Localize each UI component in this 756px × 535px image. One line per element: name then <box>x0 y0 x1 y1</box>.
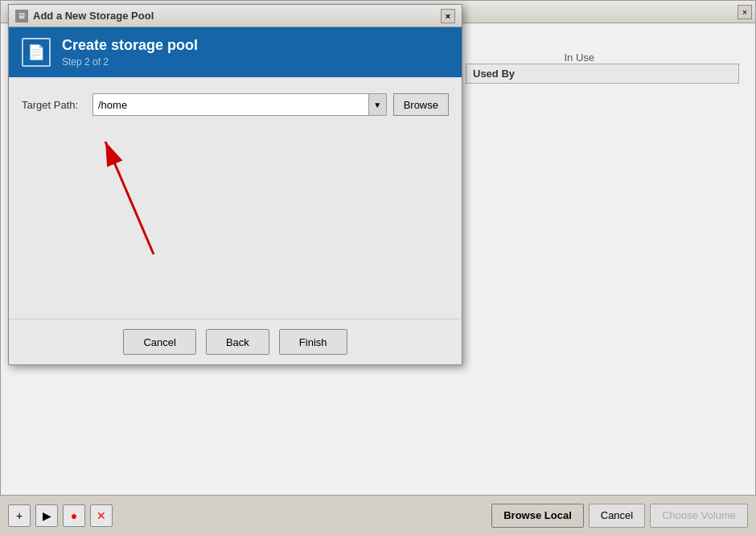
create-pool-icon: 📄 <box>22 38 51 67</box>
back-button[interactable]: Back <box>206 329 269 355</box>
modal-body: Target Path: ▼ Browse <box>9 77 462 319</box>
storage-icon: 🖥 <box>18 11 26 20</box>
arrow-annotation <box>89 126 186 289</box>
modal-title-icon: 🖥 <box>15 10 28 23</box>
modal-footer: Cancel Back Finish <box>9 319 462 364</box>
cancel-button[interactable]: Cancel <box>123 329 195 355</box>
modal-close-button[interactable]: × <box>441 9 455 23</box>
target-path-label: Target Path: <box>22 99 86 111</box>
modal-title-text: Add a New Storage Pool <box>33 10 436 22</box>
target-path-input-container: ▼ <box>92 93 387 116</box>
modal-header-title: Create storage pool <box>62 37 198 54</box>
modal-header: 📄 Create storage pool Step 2 of 2 <box>9 27 462 77</box>
target-path-input[interactable] <box>93 94 368 115</box>
modal-header-subtitle: Step 2 of 2 <box>62 56 198 68</box>
document-icon: 📄 <box>27 43 45 61</box>
finish-button[interactable]: Finish <box>279 329 347 355</box>
path-dropdown-button[interactable]: ▼ <box>368 94 386 115</box>
modal-overlay: 🖥 Add a New Storage Pool × 📄 Create stor… <box>0 0 756 535</box>
browse-button[interactable]: Browse <box>393 93 449 116</box>
modal-titlebar: 🖥 Add a New Storage Pool × <box>9 5 462 27</box>
modal-header-text: Create storage pool Step 2 of 2 <box>62 37 198 68</box>
target-path-row: Target Path: ▼ Browse <box>22 93 449 116</box>
svg-line-1 <box>105 142 154 254</box>
add-storage-pool-dialog: 🖥 Add a New Storage Pool × 📄 Create stor… <box>8 4 462 365</box>
